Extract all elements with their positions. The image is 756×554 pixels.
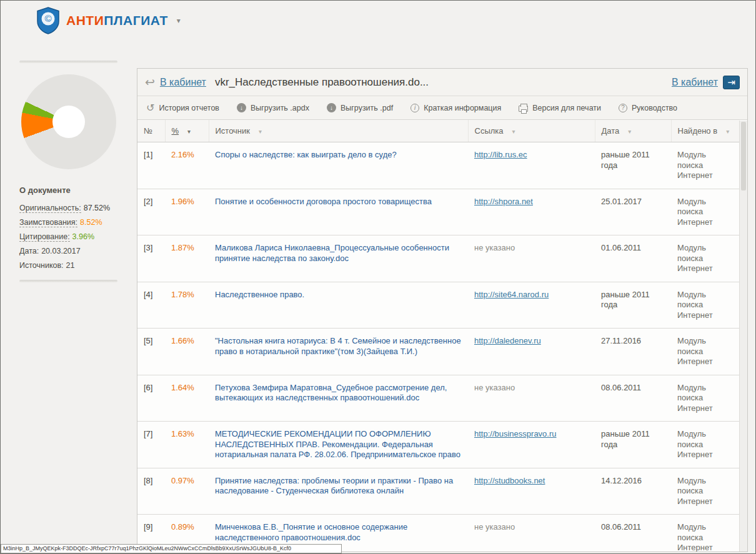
report-titlebar: ↩ В кабинет vkr_Наследственные правоотно… [137, 69, 747, 96]
stat-value-originality: 87.52% [84, 204, 110, 212]
stat-label-borrowings[interactable]: Заимствования: [19, 218, 77, 227]
table-scrollbar[interactable] [739, 121, 747, 552]
source-title: Наследственное право. [215, 290, 304, 299]
found-in: Модуль поиска Интернет [677, 150, 713, 180]
link-not-specified: не указано [474, 243, 515, 252]
toolbar-print-version[interactable]: Версия для печати [519, 104, 601, 112]
table-header-row: № %▾ Источник▾ Ссылка▾ Дата▾ Найдено в▾ [137, 120, 740, 142]
sidebar-separator-top [19, 61, 117, 63]
source-link[interactable]: http://lib.rus.ec [474, 150, 527, 159]
row-date: 14.12.2016 [601, 476, 642, 485]
source-link[interactable]: http://site64.narod.ru [474, 290, 549, 299]
antiplagiat-logo[interactable]: АНТИПЛАГИАТ [66, 13, 168, 28]
row-percent: 0.97% [171, 476, 194, 485]
source-link[interactable]: http://daledenev.ru [474, 336, 541, 345]
cabinet-link-left[interactable]: В кабинет [160, 77, 206, 88]
stat-label-originality[interactable]: Оригинальность: [19, 204, 81, 213]
row-number: [3] [144, 243, 152, 252]
row-percent: 2.16% [171, 150, 194, 159]
source-row: [6]1.64%Петухова Земфира Маратовна_Судеб… [137, 375, 740, 422]
row-percent: 0.89% [171, 522, 194, 532]
toolbar-label: Краткая информация [424, 104, 501, 112]
source-link[interactable]: http://businesspravo.ru [474, 429, 557, 438]
header-date[interactable]: Дата▾ [595, 120, 671, 142]
report-toolbar: ↺История отчетов↓Выгрузить .apdx↓Выгрузи… [137, 96, 747, 120]
source-title: МЕТОДИЧЕСКИЕ РЕКОМЕНДАЦИИ ПО ОФОРМЛЕНИЮ … [215, 429, 460, 459]
source-link[interactable]: http://shpora.net [474, 197, 533, 206]
header-num-label: № [144, 126, 152, 136]
source-row: [8]0.97%Принятие наследства: проблемы те… [137, 468, 740, 515]
source-title: Петухова Земфира Маратовна_Судебное расс… [215, 383, 447, 403]
printer-icon [519, 106, 528, 112]
link-not-specified: не указано [474, 383, 515, 392]
antiplagiat-shield-icon: © [36, 7, 60, 34]
sources-table: № %▾ Источник▾ Ссылка▾ Дата▾ Найдено в▾ … [137, 120, 740, 552]
source-row: [4]1.78%Наследственное право.http://site… [137, 282, 740, 329]
stat-value-borrowings: 8.52% [80, 218, 102, 227]
row-date: раньше 2011 года [601, 290, 650, 310]
doc-stat-date: Дата:20.03.2017 [19, 247, 117, 255]
doc-stat-originality: Оригинальность:87.52% [19, 204, 117, 212]
download-apdx-icon: ↓ [237, 103, 246, 112]
source-title: Понятие и особенности договора простого … [215, 197, 432, 206]
report-panel: ↩ В кабинет vkr_Наследственные правоотно… [137, 68, 748, 552]
source-row: [3]1.87%Маликова Лариса Николаевна_Проце… [137, 235, 740, 282]
found-in: Модуль поиска Интернет [677, 197, 713, 227]
back-arrow-icon[interactable]: ↩ [145, 75, 155, 89]
header-source[interactable]: Источник▾ [209, 120, 468, 142]
sort-icon[interactable]: ▾ [628, 128, 631, 135]
source-row: [7]1.63%МЕТОДИЧЕСКИЕ РЕКОМЕНДАЦИИ ПО ОФО… [137, 422, 740, 468]
toolbar-label: Выгрузить .apdx [251, 104, 309, 112]
row-number: [7] [144, 429, 152, 438]
row-number: [4] [144, 290, 152, 299]
source-row: [5]1.66%"Настольная книга нотариуса: В 4… [137, 329, 740, 375]
toolbar-report-history[interactable]: ↺История отчетов [146, 102, 219, 114]
header-link[interactable]: Ссылка▾ [468, 120, 595, 142]
toolbar-brief-info[interactable]: iКраткая информация [410, 104, 501, 112]
header-found[interactable]: Найдено в▾ [671, 120, 740, 142]
header-percent[interactable]: %▾ [165, 120, 209, 142]
sort-icon[interactable]: ▾ [512, 128, 515, 135]
stat-label-citations[interactable]: Цитирование: [19, 232, 70, 242]
found-in: Модуль поиска Интернет [677, 336, 713, 366]
toolbar-manual[interactable]: ?Руководство [619, 104, 677, 112]
toolbar-label: Руководство [632, 104, 677, 112]
source-title: Минченкова Е.В._Понятие и основное содер… [215, 522, 407, 542]
exit-to-cabinet-icon[interactable]: ⇥ [723, 76, 740, 89]
header-source-label[interactable]: Источник [216, 126, 251, 136]
doc-stat-borrowings: Заимствования:8.52% [19, 218, 117, 227]
sidebar-separator-bottom [19, 280, 117, 282]
found-in: Модуль поиска Интернет [677, 290, 713, 320]
toolbar-export-apdx[interactable]: ↓Выгрузить .apdx [237, 103, 309, 112]
toolbar-label: Версия для печати [532, 104, 601, 112]
found-in: Модуль поиска Интернет [677, 243, 713, 273]
row-number: [5] [144, 336, 152, 345]
cabinet-link-right[interactable]: В кабинет [672, 77, 718, 88]
header-num: № [137, 120, 165, 142]
toolbar-export-pdf[interactable]: ↓Выгрузить .pdf [327, 103, 393, 112]
document-title: vkr_Наследственные правоотношения.do... [215, 76, 429, 89]
header-link-label[interactable]: Ссылка [475, 126, 504, 136]
sort-icon[interactable]: ▾ [187, 128, 191, 135]
source-title: Споры о наследстве: как выиграть дело в … [215, 150, 397, 159]
stat-value-date: 20.03.2017 [41, 247, 81, 255]
info-icon: i [410, 104, 419, 112]
row-date: 08.06.2011 [601, 522, 641, 532]
row-percent: 1.87% [171, 243, 194, 252]
sort-icon[interactable]: ▾ [259, 128, 262, 135]
chevron-down-icon[interactable]: ▾ [177, 16, 181, 25]
sidebar: О документе Оригинальность:87.52%Заимств… [19, 61, 117, 282]
svg-text:©: © [44, 13, 51, 24]
sort-icon[interactable]: ▾ [726, 128, 729, 135]
row-number: [2] [144, 197, 152, 206]
header-percent-label[interactable]: % [172, 126, 179, 136]
source-title: Принятие наследства: проблемы теории и п… [215, 476, 453, 496]
row-percent: 1.78% [171, 290, 194, 299]
link-not-specified: не указано [474, 522, 515, 532]
scrollbar-thumb[interactable] [741, 122, 746, 190]
source-link[interactable]: http://studbooks.net [474, 476, 545, 485]
brand-anti: АНТИ [66, 13, 104, 27]
header-found-label[interactable]: Найдено в [678, 126, 718, 136]
found-in: Модуль поиска Интернет [677, 429, 713, 459]
header-date-label[interactable]: Дата [602, 126, 620, 136]
